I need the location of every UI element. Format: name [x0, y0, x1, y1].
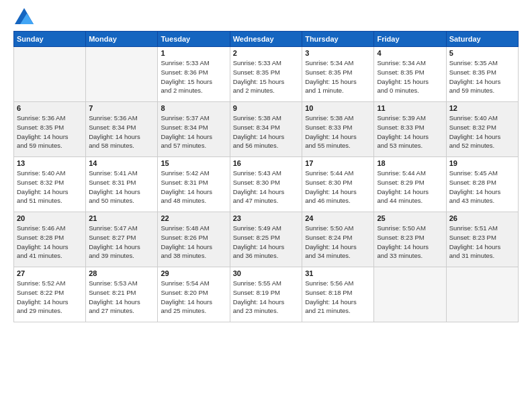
calendar-cell: 9Sunrise: 5:38 AM Sunset: 8:34 PM Daylig…	[230, 102, 302, 157]
calendar-cell	[446, 267, 518, 322]
calendar-cell: 11Sunrise: 5:39 AM Sunset: 8:33 PM Dayli…	[374, 102, 446, 157]
day-info: Sunrise: 5:33 AM Sunset: 8:35 PM Dayligh…	[233, 58, 299, 95]
calendar-cell: 4Sunrise: 5:34 AM Sunset: 8:35 PM Daylig…	[374, 47, 446, 102]
day-info: Sunrise: 5:42 AM Sunset: 8:31 PM Dayligh…	[161, 169, 226, 205]
day-number: 4	[377, 49, 443, 57]
calendar-cell: 5Sunrise: 5:35 AM Sunset: 8:35 PM Daylig…	[446, 47, 518, 102]
day-info: Sunrise: 5:35 AM Sunset: 8:35 PM Dayligh…	[449, 58, 515, 95]
calendar-cell: 30Sunrise: 5:55 AM Sunset: 8:19 PM Dayli…	[230, 267, 302, 322]
day-number: 6	[17, 104, 83, 112]
calendar-week-row: 13Sunrise: 5:40 AM Sunset: 8:32 PM Dayli…	[14, 157, 519, 212]
day-number: 3	[305, 49, 371, 57]
day-info: Sunrise: 5:39 AM Sunset: 8:33 PM Dayligh…	[377, 113, 443, 150]
day-info: Sunrise: 5:52 AM Sunset: 8:22 PM Dayligh…	[17, 279, 83, 316]
day-number: 9	[233, 104, 299, 112]
day-info: Sunrise: 5:43 AM Sunset: 8:30 PM Dayligh…	[233, 169, 299, 205]
calendar-cell: 13Sunrise: 5:40 AM Sunset: 8:32 PM Dayli…	[14, 157, 86, 212]
calendar-header-row: SundayMondayTuesdayWednesdayThursdayFrid…	[14, 32, 519, 47]
calendar-day-header: Wednesday	[230, 32, 302, 47]
calendar-cell	[374, 267, 446, 322]
day-info: Sunrise: 5:56 AM Sunset: 8:18 PM Dayligh…	[305, 279, 371, 316]
calendar-cell: 12Sunrise: 5:40 AM Sunset: 8:32 PM Dayli…	[446, 102, 518, 157]
day-info: Sunrise: 5:40 AM Sunset: 8:32 PM Dayligh…	[449, 113, 515, 150]
logo	[13, 11, 34, 24]
calendar-cell: 7Sunrise: 5:36 AM Sunset: 8:34 PM Daylig…	[86, 102, 158, 157]
page: SundayMondayTuesdayWednesdayThursdayFrid…	[0, 0, 532, 411]
day-info: Sunrise: 5:40 AM Sunset: 8:32 PM Dayligh…	[17, 169, 83, 205]
calendar-cell: 21Sunrise: 5:47 AM Sunset: 8:27 PM Dayli…	[86, 212, 158, 267]
calendar-cell: 20Sunrise: 5:46 AM Sunset: 8:28 PM Dayli…	[14, 212, 86, 267]
day-info: Sunrise: 5:50 AM Sunset: 8:23 PM Dayligh…	[377, 224, 443, 261]
day-info: Sunrise: 5:55 AM Sunset: 8:19 PM Dayligh…	[233, 279, 299, 316]
calendar-cell: 2Sunrise: 5:33 AM Sunset: 8:35 PM Daylig…	[230, 47, 302, 102]
day-info: Sunrise: 5:46 AM Sunset: 8:28 PM Dayligh…	[17, 224, 83, 261]
calendar-cell: 27Sunrise: 5:52 AM Sunset: 8:22 PM Dayli…	[14, 267, 86, 322]
calendar-day-header: Monday	[86, 32, 158, 47]
day-number: 23	[233, 214, 299, 222]
calendar-cell: 15Sunrise: 5:42 AM Sunset: 8:31 PM Dayli…	[158, 157, 230, 212]
calendar-cell: 22Sunrise: 5:48 AM Sunset: 8:26 PM Dayli…	[158, 212, 230, 267]
day-number: 7	[89, 104, 154, 112]
calendar-cell: 31Sunrise: 5:56 AM Sunset: 8:18 PM Dayli…	[302, 267, 374, 322]
day-number: 5	[449, 49, 515, 57]
day-info: Sunrise: 5:47 AM Sunset: 8:27 PM Dayligh…	[89, 224, 154, 261]
calendar-day-header: Thursday	[302, 32, 374, 47]
logo-icon	[15, 8, 34, 24]
day-info: Sunrise: 5:34 AM Sunset: 8:35 PM Dayligh…	[377, 58, 443, 95]
day-number: 15	[161, 159, 226, 167]
calendar-week-row: 27Sunrise: 5:52 AM Sunset: 8:22 PM Dayli…	[14, 267, 519, 322]
day-number: 27	[17, 269, 83, 277]
day-info: Sunrise: 5:36 AM Sunset: 8:35 PM Dayligh…	[17, 113, 83, 150]
day-info: Sunrise: 5:41 AM Sunset: 8:31 PM Dayligh…	[89, 169, 154, 205]
day-info: Sunrise: 5:54 AM Sunset: 8:20 PM Dayligh…	[161, 279, 226, 316]
day-info: Sunrise: 5:36 AM Sunset: 8:34 PM Dayligh…	[89, 113, 154, 150]
day-number: 2	[233, 49, 299, 57]
calendar-day-header: Saturday	[446, 32, 518, 47]
calendar-week-row: 6Sunrise: 5:36 AM Sunset: 8:35 PM Daylig…	[14, 102, 519, 157]
day-number: 18	[377, 159, 443, 167]
day-number: 16	[233, 159, 299, 167]
day-info: Sunrise: 5:44 AM Sunset: 8:30 PM Dayligh…	[305, 169, 371, 205]
calendar-cell	[86, 47, 158, 102]
calendar-cell: 24Sunrise: 5:50 AM Sunset: 8:24 PM Dayli…	[302, 212, 374, 267]
day-number: 8	[161, 104, 226, 112]
day-info: Sunrise: 5:50 AM Sunset: 8:24 PM Dayligh…	[305, 224, 371, 261]
day-info: Sunrise: 5:38 AM Sunset: 8:33 PM Dayligh…	[305, 113, 371, 150]
calendar-cell: 16Sunrise: 5:43 AM Sunset: 8:30 PM Dayli…	[230, 157, 302, 212]
day-number: 19	[449, 159, 515, 167]
calendar-cell: 8Sunrise: 5:37 AM Sunset: 8:34 PM Daylig…	[158, 102, 230, 157]
calendar-cell: 17Sunrise: 5:44 AM Sunset: 8:30 PM Dayli…	[302, 157, 374, 212]
day-info: Sunrise: 5:37 AM Sunset: 8:34 PM Dayligh…	[161, 113, 226, 150]
calendar-day-header: Sunday	[14, 32, 86, 47]
day-number: 1	[161, 49, 226, 57]
calendar-cell: 26Sunrise: 5:51 AM Sunset: 8:23 PM Dayli…	[446, 212, 518, 267]
day-info: Sunrise: 5:38 AM Sunset: 8:34 PM Dayligh…	[233, 113, 299, 150]
calendar-cell: 10Sunrise: 5:38 AM Sunset: 8:33 PM Dayli…	[302, 102, 374, 157]
day-number: 13	[17, 159, 83, 167]
day-info: Sunrise: 5:45 AM Sunset: 8:28 PM Dayligh…	[449, 169, 515, 205]
calendar-cell: 23Sunrise: 5:49 AM Sunset: 8:25 PM Dayli…	[230, 212, 302, 267]
calendar-cell: 1Sunrise: 5:33 AM Sunset: 8:36 PM Daylig…	[158, 47, 230, 102]
day-info: Sunrise: 5:51 AM Sunset: 8:23 PM Dayligh…	[449, 224, 515, 261]
calendar-day-header: Friday	[374, 32, 446, 47]
calendar-cell: 6Sunrise: 5:36 AM Sunset: 8:35 PM Daylig…	[14, 102, 86, 157]
calendar-cell	[14, 47, 86, 102]
day-number: 17	[305, 159, 371, 167]
day-number: 10	[305, 104, 371, 112]
day-number: 20	[17, 214, 83, 222]
day-number: 24	[305, 214, 371, 222]
calendar-week-row: 1Sunrise: 5:33 AM Sunset: 8:36 PM Daylig…	[14, 47, 519, 102]
day-number: 12	[449, 104, 515, 112]
day-number: 25	[377, 214, 443, 222]
calendar-cell: 25Sunrise: 5:50 AM Sunset: 8:23 PM Dayli…	[374, 212, 446, 267]
day-number: 30	[233, 269, 299, 277]
day-number: 21	[89, 214, 154, 222]
day-info: Sunrise: 5:49 AM Sunset: 8:25 PM Dayligh…	[233, 224, 299, 261]
day-info: Sunrise: 5:44 AM Sunset: 8:29 PM Dayligh…	[377, 169, 443, 205]
calendar-cell: 28Sunrise: 5:53 AM Sunset: 8:21 PM Dayli…	[86, 267, 158, 322]
header	[13, 11, 519, 24]
calendar-cell: 29Sunrise: 5:54 AM Sunset: 8:20 PM Dayli…	[158, 267, 230, 322]
day-number: 29	[161, 269, 226, 277]
day-number: 26	[449, 214, 515, 222]
day-number: 22	[161, 214, 226, 222]
